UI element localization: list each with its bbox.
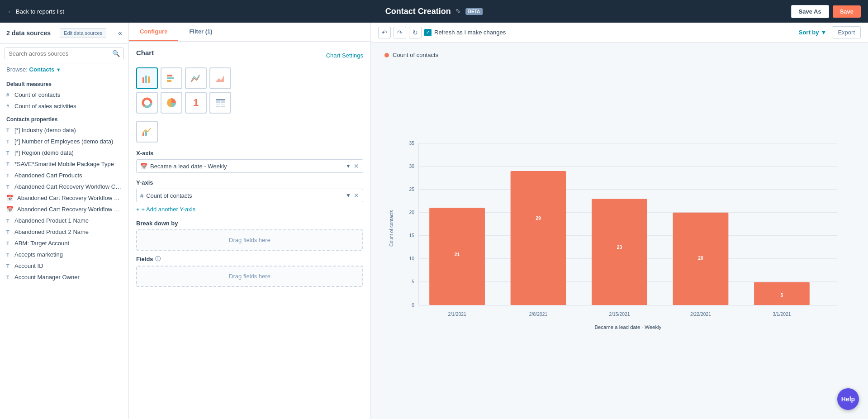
svg-rect-0 bbox=[142, 77, 144, 83]
tab-configure[interactable]: Configure bbox=[129, 23, 178, 41]
help-button[interactable]: Help bbox=[837, 388, 859, 410]
fields-drag-zone[interactable]: Drag fields here bbox=[136, 266, 363, 287]
save-as-button[interactable]: Save As bbox=[791, 5, 829, 18]
list-item[interactable]: 📅 Abandoned Cart Recovery Workflow Con..… bbox=[0, 192, 128, 204]
breakdown-drag-zone[interactable]: Drag fields here bbox=[136, 229, 363, 251]
report-title: Contact Creation bbox=[385, 7, 451, 16]
x-axis-remove-icon[interactable]: ✕ bbox=[354, 162, 359, 170]
list-item[interactable]: T Abandoned Product 1 Name bbox=[0, 215, 128, 226]
legend-label: Count of contacts bbox=[393, 52, 438, 58]
list-item[interactable]: T *SAVE*Smarttel Mobile Package Type bbox=[0, 158, 128, 170]
edit-title-icon[interactable]: ✎ bbox=[455, 8, 461, 15]
svg-text:2/15/2021: 2/15/2021 bbox=[609, 312, 630, 317]
breakdown-title: Break down by bbox=[136, 220, 363, 227]
calendar-icon: 📅 bbox=[6, 195, 14, 201]
x-axis-field: 📅 Became a lead date - Weekly ▼ ✕ bbox=[136, 159, 363, 173]
x-axis-label: X-axis bbox=[136, 150, 363, 157]
svg-text:21: 21 bbox=[455, 252, 460, 257]
default-measures-title: Default measures bbox=[0, 76, 128, 89]
y-axis-chevron-icon[interactable]: ▼ bbox=[346, 192, 351, 199]
add-y-axis-button[interactable]: + + Add another Y-axis bbox=[136, 206, 363, 213]
y-axis-field: # Count of contacts ▼ ✕ bbox=[136, 189, 363, 202]
default-measures-list: # Count of contacts # Count of sales act… bbox=[0, 89, 128, 112]
list-item[interactable]: T [*] Industry (demo data) bbox=[0, 124, 128, 136]
svg-text:5: 5 bbox=[412, 279, 414, 284]
sidebar-header: 2 data sources Edit data sources « bbox=[0, 23, 128, 44]
chart-type-bar[interactable] bbox=[136, 67, 158, 89]
svg-text:25: 25 bbox=[409, 187, 415, 192]
list-item[interactable]: T Abandoned Cart Recovery Workflow Con..… bbox=[0, 181, 128, 192]
list-item[interactable]: T ABM: Target Account bbox=[0, 238, 128, 249]
chart-type-area[interactable] bbox=[209, 67, 231, 89]
search-icon: 🔍 bbox=[112, 50, 120, 57]
svg-rect-15 bbox=[216, 106, 220, 107]
back-button[interactable]: ← Back to reports list bbox=[7, 8, 64, 15]
svg-marker-6 bbox=[216, 76, 224, 82]
list-item[interactable]: 📅 Abandoned Cart Recovery Workflow Start… bbox=[0, 204, 128, 215]
sort-by-button[interactable]: Sort by ▼ bbox=[799, 29, 827, 36]
nav-actions: Save As Save bbox=[791, 5, 861, 18]
svg-rect-14 bbox=[221, 104, 225, 105]
svg-text:35: 35 bbox=[409, 141, 415, 146]
list-item[interactable]: T Account ID bbox=[0, 260, 128, 271]
svg-text:5: 5 bbox=[781, 293, 783, 298]
chart-type-combo[interactable] bbox=[136, 121, 158, 143]
list-item[interactable]: T [*] Region (demo data) bbox=[0, 147, 128, 158]
list-item[interactable]: T Accepts marketing bbox=[0, 249, 128, 260]
list-item[interactable]: # Count of contacts bbox=[0, 89, 128, 100]
calendar-icon: 📅 bbox=[140, 163, 147, 170]
y-axis-label: Y-axis bbox=[136, 179, 363, 186]
chart-svg-wrap: 0 5 10 15 20 25 30 35 Count of contacts bbox=[384, 64, 854, 410]
save-button[interactable]: Save bbox=[833, 5, 861, 18]
svg-rect-18 bbox=[145, 131, 147, 136]
list-item[interactable]: T Account Manager Owner bbox=[0, 271, 128, 283]
svg-text:2/8/2021: 2/8/2021 bbox=[529, 312, 548, 317]
info-icon: ⓘ bbox=[155, 255, 161, 263]
refresh-checkbox-label[interactable]: ✓ Refresh as I make changes bbox=[424, 29, 506, 36]
hash-icon: # bbox=[140, 192, 143, 199]
chart-type-horizontal-bar[interactable] bbox=[161, 67, 182, 89]
svg-text:10: 10 bbox=[409, 256, 415, 261]
edit-sources-button[interactable]: Edit data sources bbox=[60, 28, 106, 38]
x-axis-chevron-icon[interactable]: ▼ bbox=[346, 163, 351, 169]
browse-contacts-button[interactable]: Contacts bbox=[29, 66, 55, 73]
list-item[interactable]: T Abandoned Cart Products bbox=[0, 170, 128, 181]
list-item[interactable]: T [*] Number of Employees (demo data) bbox=[0, 136, 128, 147]
x-axis-title-text: Became a lead date - Weekly bbox=[595, 324, 662, 330]
svg-text:0: 0 bbox=[412, 303, 414, 308]
browse-row: Browse: Contacts ▼ bbox=[0, 63, 128, 76]
collapse-sidebar-icon[interactable]: « bbox=[118, 29, 122, 37]
svg-text:2/1/2021: 2/1/2021 bbox=[448, 312, 466, 317]
svg-text:29: 29 bbox=[536, 216, 541, 221]
search-box: 🔍 bbox=[0, 44, 128, 63]
tab-filter[interactable]: Filter (1) bbox=[178, 23, 223, 41]
bar-item bbox=[592, 199, 647, 305]
chart-type-table[interactable] bbox=[209, 92, 231, 114]
y-axis-remove-icon[interactable]: ✕ bbox=[354, 192, 359, 199]
help-label: Help bbox=[841, 395, 855, 403]
svg-rect-11 bbox=[216, 101, 220, 103]
chart-type-pie[interactable] bbox=[161, 92, 182, 114]
contacts-properties-title: Contacts properties bbox=[0, 112, 128, 124]
list-item[interactable]: # Count of sales activities bbox=[0, 100, 128, 112]
undo-button[interactable]: ↶ bbox=[378, 27, 391, 38]
back-arrow-icon: ← bbox=[7, 8, 13, 15]
sidebar-scroll: Default measures # Count of contacts # C… bbox=[0, 76, 128, 419]
chart-settings-link[interactable]: Chart Settings bbox=[326, 52, 363, 59]
redo-button[interactable]: ↷ bbox=[394, 27, 406, 38]
chart-type-number[interactable]: 1 bbox=[185, 92, 207, 114]
chart-type-donut[interactable] bbox=[136, 92, 158, 114]
refresh-button[interactable]: ↻ bbox=[409, 27, 422, 38]
svg-rect-1 bbox=[145, 76, 147, 83]
chart-legend: Count of contacts bbox=[384, 52, 854, 58]
y-axis-title-text: Count of contacts bbox=[389, 210, 394, 247]
main-layout: 2 data sources Edit data sources « 🔍 Bro… bbox=[0, 23, 868, 419]
list-item[interactable]: T Abandoned Product 2 Name bbox=[0, 226, 128, 238]
chart-type-line[interactable] bbox=[185, 67, 207, 89]
browse-dropdown-icon[interactable]: ▼ bbox=[56, 67, 61, 72]
export-button[interactable]: Export bbox=[832, 26, 861, 38]
search-input[interactable] bbox=[9, 50, 112, 57]
chart-types-grid: 1 bbox=[136, 67, 363, 114]
nav-center: Contact Creation ✎ BETA bbox=[385, 7, 483, 16]
sort-by-chevron-icon: ▼ bbox=[821, 29, 827, 36]
